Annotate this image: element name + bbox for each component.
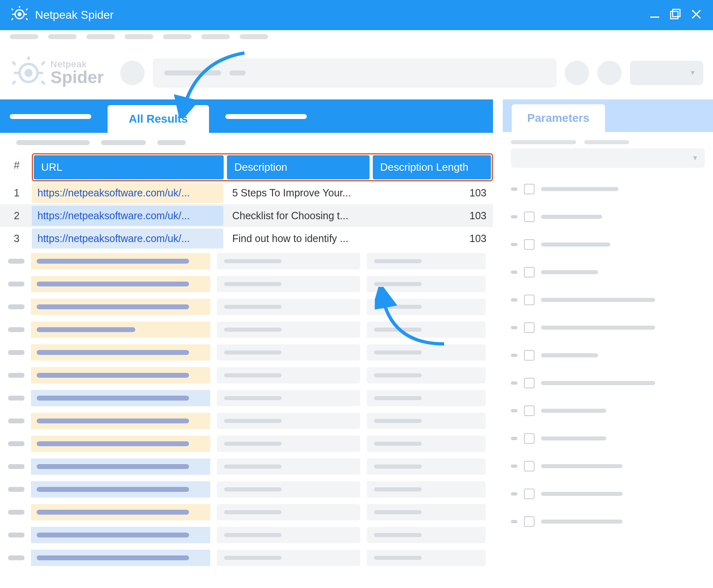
svg-line-16 <box>12 62 15 65</box>
cell-url[interactable]: https://netpeaksoftware.com/uk/... <box>32 229 223 249</box>
table-row[interactable]: 1 https://netpeaksoftware.com/uk/... 5 S… <box>0 181 493 204</box>
checkbox[interactable] <box>524 322 535 333</box>
svg-line-2 <box>11 9 13 10</box>
cell-length: 103 <box>373 229 492 249</box>
col-header-url[interactable]: URL <box>34 155 224 179</box>
svg-rect-10 <box>673 9 680 17</box>
close-button[interactable] <box>691 9 702 21</box>
parameter-item[interactable] <box>511 369 705 397</box>
results-table: # URL Description Description Length 1 h… <box>0 153 493 588</box>
toolbar: Netpeak Spider ▼ <box>0 46 713 99</box>
col-header-description-length[interactable]: Description Length <box>373 155 491 179</box>
parameters-panel: Parameters ▼ <box>493 99 713 588</box>
menu-item[interactable] <box>201 34 230 39</box>
parameter-item[interactable] <box>511 341 705 369</box>
filter-button[interactable] <box>16 140 90 145</box>
table-row[interactable]: 3 https://netpeaksoftware.com/uk/... Fin… <box>0 227 493 250</box>
svg-line-17 <box>42 62 45 65</box>
menu-item[interactable] <box>240 34 268 39</box>
url-input[interactable] <box>153 58 557 88</box>
svg-point-8 <box>18 12 22 16</box>
results-tabstrip: All Results <box>0 99 493 133</box>
checkbox[interactable] <box>524 211 535 222</box>
filter-button[interactable] <box>157 140 186 145</box>
titlebar: Netpeak Spider <box>0 0 713 30</box>
parameter-item[interactable] <box>511 258 705 286</box>
checkbox[interactable] <box>524 350 535 361</box>
cell-description: Checklist for Choosing t... <box>227 206 370 226</box>
logo-text-bottom: Spider <box>51 69 104 86</box>
minimize-button[interactable] <box>649 9 660 21</box>
tab[interactable] <box>10 114 91 119</box>
toolbar-button[interactable] <box>565 61 589 85</box>
parameter-select[interactable]: ▼ <box>511 148 705 168</box>
toolbar-button[interactable] <box>597 61 622 85</box>
app-logo: Netpeak Spider <box>12 57 104 89</box>
col-header-description[interactable]: Description <box>227 155 370 179</box>
svg-line-5 <box>26 18 28 20</box>
maximize-button[interactable] <box>670 9 681 22</box>
cell-length: 103 <box>373 183 492 203</box>
highlighted-columns: URL Description Description Length <box>32 153 493 181</box>
svg-rect-11 <box>671 11 678 19</box>
cell-description: 5 Steps To Improve Your... <box>227 183 370 203</box>
tab-parameters[interactable]: Parameters <box>512 104 605 132</box>
parameter-item[interactable] <box>511 286 705 314</box>
cell-description: Find out how to identify ... <box>227 229 370 249</box>
parameter-item[interactable] <box>511 397 705 425</box>
menubar <box>0 30 713 46</box>
parameter-item[interactable] <box>511 508 705 535</box>
parameter-item[interactable] <box>511 425 705 452</box>
cell-length: 103 <box>373 206 492 226</box>
tab[interactable] <box>225 114 307 119</box>
parameter-item[interactable] <box>511 452 705 480</box>
cell-number: 2 <box>5 210 29 222</box>
filter-button[interactable] <box>101 140 146 145</box>
col-header-number[interactable]: # <box>5 153 29 181</box>
menu-item[interactable] <box>86 34 115 39</box>
toolbar-dropdown[interactable]: ▼ <box>630 61 703 85</box>
svg-line-4 <box>11 18 13 20</box>
svg-line-19 <box>42 81 45 84</box>
filter-bar <box>0 133 493 153</box>
checkbox[interactable] <box>524 378 535 388</box>
table-row[interactable]: 2 https://netpeaksoftware.com/uk/... Che… <box>0 204 493 227</box>
checkbox[interactable] <box>524 239 535 250</box>
menu-item[interactable] <box>48 34 77 39</box>
spider-icon <box>11 6 28 24</box>
menu-item[interactable] <box>163 34 191 39</box>
tab-all-results[interactable]: All Results <box>108 105 209 133</box>
checkbox[interactable] <box>524 461 535 471</box>
parameter-item[interactable] <box>511 314 705 341</box>
parameter-item[interactable] <box>511 175 705 203</box>
checkbox[interactable] <box>524 267 535 277</box>
checkbox[interactable] <box>524 516 535 527</box>
parameter-item[interactable] <box>511 231 705 258</box>
checkbox[interactable] <box>524 489 535 499</box>
checkbox[interactable] <box>524 433 535 444</box>
checkbox[interactable] <box>524 405 535 416</box>
svg-line-3 <box>26 9 28 10</box>
checkbox[interactable] <box>524 295 535 305</box>
menu-item[interactable] <box>125 34 153 39</box>
cell-number: 1 <box>5 187 29 199</box>
menu-item[interactable] <box>10 34 38 39</box>
svg-point-22 <box>24 69 33 77</box>
toolbar-button[interactable] <box>120 61 145 85</box>
cell-number: 3 <box>5 233 29 244</box>
parameter-item[interactable] <box>511 480 705 508</box>
svg-line-18 <box>12 81 15 84</box>
checkbox[interactable] <box>524 184 535 194</box>
app-title: Netpeak Spider <box>35 9 114 22</box>
cell-url[interactable]: https://netpeaksoftware.com/uk/... <box>32 206 223 226</box>
parameter-item[interactable] <box>511 203 705 231</box>
cell-url[interactable]: https://netpeaksoftware.com/uk/... <box>32 183 223 203</box>
